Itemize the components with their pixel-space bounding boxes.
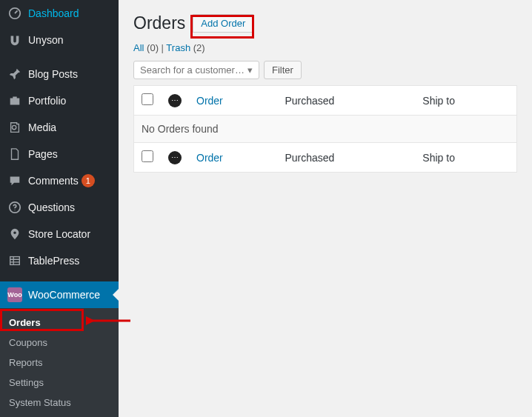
submenu-item-coupons[interactable]: Coupons	[0, 333, 119, 353]
woocommerce-submenu: Orders Coupons Reports Settings System S…	[0, 308, 119, 417]
order-column-footer[interactable]: Order	[189, 143, 277, 173]
submenu-item-system-status[interactable]: System Status	[0, 393, 119, 413]
status-footer: ⋯	[161, 143, 189, 173]
select-all-header	[134, 86, 162, 116]
sidebar-item-unyson[interactable]: Unyson	[0, 27, 119, 53]
shipto-column-footer: Ship to	[415, 143, 516, 173]
pages-icon	[7, 147, 22, 161]
status-header: ⋯	[161, 86, 189, 116]
heading-row: Orders Add Order	[133, 13, 517, 33]
dashboard-icon	[7, 6, 22, 21]
sidebar-label: Portfolio	[28, 95, 66, 107]
add-order-button[interactable]: Add Order	[193, 14, 253, 33]
status-filter-links: All (0) | Trash (2)	[133, 42, 517, 53]
customer-search-placeholder: Search for a customer…	[140, 64, 245, 76]
select-all-footer	[134, 143, 162, 173]
woocommerce-icon: Woo	[7, 287, 22, 302]
order-column-header[interactable]: Order	[189, 86, 277, 116]
comments-count-badge: 1	[82, 174, 95, 187]
unyson-icon	[7, 33, 22, 47]
sidebar-label: Store Locator	[28, 228, 90, 240]
media-icon	[7, 120, 22, 135]
sidebar-label: Unyson	[28, 34, 63, 46]
location-icon	[7, 227, 22, 241]
filter-button[interactable]: Filter	[264, 61, 302, 79]
no-items-message: No Orders found	[134, 116, 517, 143]
sidebar-item-portfolio[interactable]: Portfolio	[0, 87, 119, 114]
main-content: Orders Add Order All (0) | Trash (2) Sea…	[119, 0, 532, 417]
sidebar-item-comments[interactable]: Comments 1	[0, 167, 119, 194]
sidebar-item-pages[interactable]: Pages	[0, 141, 119, 167]
sidebar-label: Blog Posts	[28, 68, 78, 80]
table-footer-row: ⋯ Order Purchased Ship to	[134, 143, 517, 173]
sidebar-item-tablepress[interactable]: TablePress	[0, 247, 119, 274]
sidebar-label: TablePress	[28, 255, 79, 267]
sidebar-label: Dashboard	[28, 7, 79, 19]
purchased-column-header: Purchased	[277, 86, 415, 116]
pin-icon	[7, 67, 22, 81]
questions-icon	[7, 200, 22, 215]
select-all-checkbox[interactable]	[142, 93, 153, 105]
portfolio-icon	[7, 93, 22, 108]
sidebar-label: Media	[28, 121, 56, 133]
no-items-row: No Orders found	[134, 116, 517, 143]
submenu-item-settings[interactable]: Settings	[0, 373, 119, 393]
sidebar-label: Comments	[28, 175, 79, 187]
submenu-item-orders[interactable]: Orders	[0, 313, 119, 333]
sidebar-item-store-locator[interactable]: Store Locator	[0, 221, 119, 247]
page-title: Orders	[133, 13, 185, 33]
orders-table: ⋯ Order Purchased Ship to No Orders foun…	[133, 85, 517, 173]
sidebar-label: Questions	[28, 201, 75, 213]
table-header-row: ⋯ Order Purchased Ship to	[134, 86, 517, 116]
filter-all-link[interactable]: All	[133, 42, 144, 53]
sidebar-item-woocommerce[interactable]: Woo WooCommerce	[0, 281, 119, 308]
sidebar-item-media[interactable]: Media	[0, 114, 119, 141]
select-all-checkbox-footer[interactable]	[142, 150, 153, 162]
customer-search-dropdown[interactable]: Search for a customer… ▾	[133, 61, 259, 79]
sidebar-item-questions[interactable]: Questions	[0, 194, 119, 221]
comments-icon	[7, 173, 22, 188]
table-icon	[7, 253, 22, 268]
status-icon: ⋯	[168, 94, 182, 107]
purchased-column-footer: Purchased	[277, 143, 415, 173]
status-icon: ⋯	[168, 151, 182, 164]
sidebar-label: WooCommerce	[28, 289, 100, 301]
sidebar-item-dashboard[interactable]: Dashboard	[0, 0, 119, 27]
sidebar-label: Pages	[28, 148, 58, 160]
filter-trash-link[interactable]: Trash	[166, 42, 190, 53]
admin-sidebar: Dashboard Unyson Blog Posts Portfolio Me…	[0, 0, 119, 417]
filter-trash-count: (2)	[193, 42, 205, 53]
shipto-column-header: Ship to	[415, 86, 516, 116]
filter-all-count: (0)	[147, 42, 159, 53]
svg-rect-2	[10, 257, 20, 265]
tablenav-top: Search for a customer… ▾ Filter	[133, 61, 517, 79]
submenu-item-reports[interactable]: Reports	[0, 353, 119, 373]
chevron-down-icon: ▾	[247, 64, 253, 76]
sidebar-item-blog-posts[interactable]: Blog Posts	[0, 61, 119, 87]
